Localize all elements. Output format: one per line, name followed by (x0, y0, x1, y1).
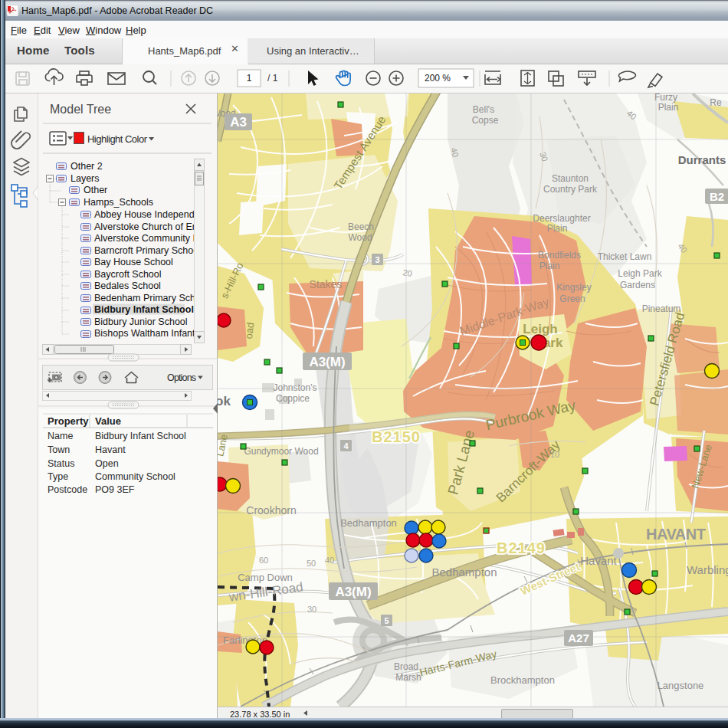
svg-text:Postcode: Postcode (48, 484, 87, 495)
svg-text:Havant: Havant (95, 444, 126, 455)
svg-text:Model Tree: Model Tree (50, 103, 111, 116)
svg-text:Bidbury Infant School: Bidbury Infant School (95, 431, 186, 441)
svg-text:Bedhampton: Bedhampton (431, 566, 497, 579)
svg-text:Community School: Community School (95, 471, 175, 482)
svg-text:Layers: Layers (71, 173, 100, 184)
svg-text:40: 40 (325, 556, 334, 565)
svg-text:30: 30 (307, 605, 316, 614)
svg-text:Deerslaughter: Deerslaughter (533, 213, 590, 224)
svg-text:Thicket Lawn: Thicket Lawn (598, 251, 652, 262)
svg-text:Leigh Park: Leigh Park (618, 268, 662, 279)
svg-text:Crookhorn: Crookhorn (246, 504, 296, 516)
svg-text:Alverstoke Community Infa: Alverstoke Community Infa (94, 233, 208, 244)
svg-text:Bedenham Primary School: Bedenham Primary School (94, 293, 208, 303)
svg-text:1: 1 (247, 73, 252, 84)
svg-text:Options: Options (167, 372, 196, 383)
svg-text:Other: Other (84, 185, 107, 195)
svg-text:Bell's: Bell's (473, 104, 494, 115)
svg-text:Bishops Waltham Infant Sc: Bishops Waltham Infant Sc (94, 328, 209, 339)
svg-text:Broad: Broad (394, 661, 418, 672)
svg-text:Marsh: Marsh (395, 672, 421, 683)
svg-text:Barncroft Primary School: Barncroft Primary School (94, 245, 201, 256)
svg-text:Wood: Wood (348, 232, 372, 243)
svg-text:Stakes: Stakes (310, 278, 343, 290)
svg-text:/ 1: / 1 (267, 73, 278, 84)
svg-text:4: 4 (343, 441, 349, 451)
svg-text:Abbey House Independent: Abbey House Independent (94, 209, 208, 220)
svg-text:50: 50 (307, 559, 316, 568)
svg-text:Bidbury Infant School: Bidbury Infant School (94, 304, 194, 315)
svg-text:Value: Value (95, 415, 121, 427)
svg-text:Beech: Beech (348, 221, 374, 232)
svg-text:Type: Type (48, 471, 68, 482)
svg-text:PO9 3EF: PO9 3EF (95, 484, 135, 495)
svg-text:Town: Town (48, 444, 70, 455)
svg-text:Bedhampton: Bedhampton (340, 517, 397, 529)
svg-text:Plain: Plain (547, 223, 568, 234)
svg-text:Durrants: Durrants (678, 153, 726, 166)
svg-text:Bay House School: Bay House School (94, 257, 173, 267)
svg-text:Havant: Havant (580, 554, 617, 567)
svg-text:3: 3 (375, 255, 379, 264)
svg-text:B2149: B2149 (497, 539, 546, 556)
svg-text:Staunton: Staunton (552, 173, 589, 184)
svg-text:Alverstoke Church of Engla: Alverstoke Church of Engla (94, 221, 211, 232)
svg-text:A3(M): A3(M) (309, 355, 345, 369)
svg-text:Pineatum: Pineatum (642, 303, 681, 314)
svg-text:60: 60 (259, 556, 268, 565)
svg-text:5: 5 (384, 616, 389, 625)
svg-text:Camp Down: Camp Down (238, 572, 293, 583)
svg-text:Bidbury Junior School: Bidbury Junior School (94, 316, 188, 327)
svg-text:Other 2: Other 2 (71, 161, 103, 172)
svg-text:Plain: Plain (658, 102, 679, 113)
svg-text:A27: A27 (568, 631, 589, 644)
svg-text:Gundymoor Wood: Gundymoor Wood (244, 446, 318, 457)
svg-text:Baycroft School: Baycroft School (94, 269, 162, 280)
svg-text:Johnston's: Johnston's (274, 382, 317, 393)
svg-text:Name: Name (48, 431, 73, 441)
svg-text:Open: Open (95, 458, 119, 469)
svg-text:Brockhampton: Brockhampton (490, 674, 555, 686)
svg-text:Coppice: Coppice (276, 393, 310, 404)
svg-text:oad: oad (243, 322, 257, 339)
svg-text:B2: B2 (710, 190, 724, 203)
svg-text:Country Park: Country Park (543, 184, 598, 195)
svg-text:Warblingt: Warblingt (687, 563, 728, 576)
svg-text:Green: Green (559, 293, 585, 304)
svg-text:Bedales School: Bedales School (94, 280, 161, 291)
svg-text:HAVANT: HAVANT (646, 526, 706, 543)
svg-text:20: 20 (402, 267, 413, 278)
svg-text:Plain: Plain (539, 261, 560, 271)
svg-text:Highlight Color: Highlight Color (87, 133, 148, 145)
svg-text:A3: A3 (230, 115, 247, 130)
svg-text:Kingsley: Kingsley (556, 282, 591, 293)
svg-text:ok: ok (218, 394, 231, 408)
svg-text:A3(M): A3(M) (335, 585, 371, 599)
svg-text:Property: Property (48, 415, 89, 427)
svg-text:Langstone: Langstone (657, 680, 704, 691)
svg-text:Hamps_Schools: Hamps_Schools (84, 197, 153, 208)
svg-text:B2150: B2150 (372, 428, 421, 445)
svg-text:Leigh: Leigh (523, 322, 557, 336)
svg-text:Copse: Copse (472, 115, 499, 126)
svg-text:Gardens: Gardens (620, 280, 655, 290)
svg-text:Status: Status (48, 458, 74, 469)
svg-text:10: 10 (550, 450, 559, 459)
svg-text:Re: Re (710, 97, 722, 108)
svg-text:200 %: 200 % (425, 73, 451, 84)
svg-text:Bondfields: Bondfields (538, 250, 581, 261)
